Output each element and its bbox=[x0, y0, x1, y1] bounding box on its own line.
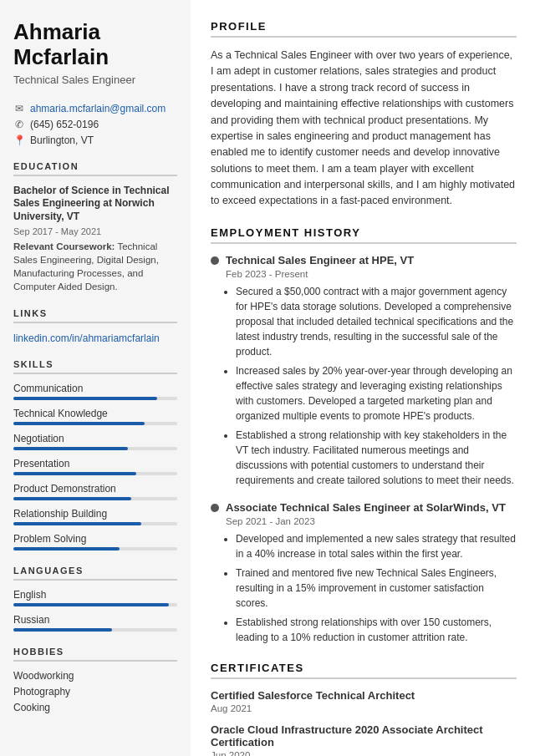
job-bullet: Increased sales by 20% year-over-year th… bbox=[236, 363, 517, 424]
links-section: LINKS linkedin.com/in/ahmariamcfarlain bbox=[13, 308, 177, 344]
skill-bar-bg bbox=[13, 547, 177, 551]
skill-label: Presentation bbox=[13, 458, 177, 469]
certs-list: Certified Salesforce Technical Architect… bbox=[211, 689, 517, 756]
job-title: Technical Sales Engineer at HPE, VT bbox=[226, 254, 414, 266]
job-bullet: Developed and implemented a new sales st… bbox=[236, 531, 517, 561]
skill-label: Negotiation bbox=[13, 433, 177, 444]
hobby-item: Cooking bbox=[13, 702, 177, 713]
language-bar-bg bbox=[13, 603, 177, 606]
hobbies-section: HOBBIES WoodworkingPhotographyCooking bbox=[13, 647, 177, 713]
jobs-list: Technical Sales Engineer at HPE, VT Feb … bbox=[211, 254, 517, 645]
candidate-title: Technical Sales Engineer bbox=[13, 74, 177, 86]
sidebar: Ahmaria Mcfarlain Technical Sales Engine… bbox=[0, 0, 191, 756]
employment-section: EMPLOYMENT HISTORY Technical Sales Engin… bbox=[211, 226, 517, 645]
language-label: Russian bbox=[13, 614, 177, 626]
job-date: Sep 2021 - Jan 2023 bbox=[211, 516, 517, 526]
hobbies-section-title: HOBBIES bbox=[13, 647, 177, 662]
skills-list: Communication Technical Knowledge Negoti… bbox=[13, 383, 177, 551]
skill-bar-fill bbox=[13, 547, 120, 551]
job-bullet: Established strong relationships with ov… bbox=[236, 615, 517, 645]
skill-bar-bg bbox=[13, 472, 177, 475]
skill-label: Communication bbox=[13, 383, 177, 394]
certificates-title: CERTIFICATES bbox=[211, 662, 517, 679]
skill-bar-bg bbox=[13, 497, 177, 500]
job-bullet: Secured a $50,000 contract with a major … bbox=[236, 284, 517, 359]
job-header: Technical Sales Engineer at HPE, VT bbox=[211, 254, 517, 266]
edu-dates: Sep 2017 - May 2021 bbox=[13, 226, 177, 236]
edu-degree: Bachelor of Science in Technical Sales E… bbox=[13, 185, 177, 224]
profile-title: PROFILE bbox=[211, 20, 517, 38]
skill-bar-bg bbox=[13, 447, 177, 450]
skill-bar-bg bbox=[13, 397, 177, 400]
skill-bar-bg bbox=[13, 522, 177, 525]
email-link[interactable]: ahmaria.mcfarlain@gmail.com bbox=[30, 103, 166, 114]
skill-item: Technical Knowledge bbox=[13, 408, 177, 425]
skills-section: SKILLS Communication Technical Knowledge… bbox=[13, 359, 177, 551]
languages-section: LANGUAGES English Russian bbox=[13, 566, 177, 632]
skill-item: Negotiation bbox=[13, 433, 177, 450]
skills-section-title: SKILLS bbox=[13, 359, 177, 374]
hobby-item: Woodworking bbox=[13, 670, 177, 682]
job-date: Feb 2023 - Present bbox=[211, 269, 517, 279]
linkedin-link[interactable]: linkedin.com/in/ahmariamcfarlain bbox=[13, 332, 160, 344]
job-bullets: Secured a $50,000 contract with a major … bbox=[211, 284, 517, 488]
languages-section-title: LANGUAGES bbox=[13, 566, 177, 581]
coursework-label: Relevant Coursework: bbox=[13, 241, 115, 251]
employment-title: EMPLOYMENT HISTORY bbox=[211, 226, 517, 244]
education-section: EDUCATION Bachelor of Science in Technic… bbox=[13, 161, 177, 293]
skill-item: Communication bbox=[13, 383, 177, 400]
email-item: ✉ ahmaria.mcfarlain@gmail.com bbox=[13, 103, 177, 114]
skill-bar-fill bbox=[13, 497, 131, 500]
cert-date: Jun 2020 bbox=[211, 750, 517, 756]
skill-bar-fill bbox=[13, 397, 157, 400]
job-bullets: Developed and implemented a new sales st… bbox=[211, 531, 517, 645]
main-content: PROFILE As a Technical Sales Engineer wi… bbox=[191, 0, 535, 756]
cert-item: Certified Salesforce Technical Architect… bbox=[211, 689, 517, 713]
cert-name: Certified Salesforce Technical Architect bbox=[211, 689, 517, 702]
candidate-name: Ahmaria Mcfarlain bbox=[13, 20, 177, 70]
location-icon: 📍 bbox=[13, 134, 25, 146]
languages-list: English Russian bbox=[13, 589, 177, 632]
language-label: English bbox=[13, 589, 177, 601]
skill-label: Relationship Building bbox=[13, 508, 177, 520]
location-text: Burlington, VT bbox=[30, 134, 94, 146]
job-dot bbox=[211, 504, 219, 512]
cert-name: Oracle Cloud Infrastructure 2020 Associa… bbox=[211, 723, 517, 748]
hobby-item: Photography bbox=[13, 686, 177, 698]
job-bullet: Established a strong relationship with k… bbox=[236, 428, 517, 488]
cert-date: Aug 2021 bbox=[211, 703, 517, 713]
language-bar-fill bbox=[13, 603, 169, 606]
language-bar-bg bbox=[13, 628, 177, 632]
job-item: Associate Technical Sales Engineer at So… bbox=[211, 501, 517, 645]
location-item: 📍 Burlington, VT bbox=[13, 134, 177, 146]
phone-icon: ✆ bbox=[13, 119, 25, 130]
skill-item: Relationship Building bbox=[13, 508, 177, 525]
language-item: Russian bbox=[13, 614, 177, 632]
certificates-section: CERTIFICATES Certified Salesforce Techni… bbox=[211, 662, 517, 756]
skill-item: Product Demonstration bbox=[13, 483, 177, 500]
contact-section: ✉ ahmaria.mcfarlain@gmail.com ✆ (645) 65… bbox=[13, 103, 177, 146]
skill-bar-fill bbox=[13, 447, 128, 450]
phone-item: ✆ (645) 652-0196 bbox=[13, 119, 177, 130]
job-header: Associate Technical Sales Engineer at So… bbox=[211, 501, 517, 514]
profile-text: As a Technical Sales Engineer with over … bbox=[211, 48, 517, 210]
email-icon: ✉ bbox=[13, 103, 25, 114]
job-item: Technical Sales Engineer at HPE, VT Feb … bbox=[211, 254, 517, 488]
skill-label: Technical Knowledge bbox=[13, 408, 177, 419]
language-bar-fill bbox=[13, 628, 112, 632]
job-dot bbox=[211, 256, 219, 265]
skill-label: Problem Solving bbox=[13, 533, 177, 545]
skill-item: Presentation bbox=[13, 458, 177, 475]
links-section-title: LINKS bbox=[13, 308, 177, 323]
skill-bar-fill bbox=[13, 422, 145, 425]
phone-text: (645) 652-0196 bbox=[30, 119, 99, 130]
edu-coursework: Relevant Coursework: Technical Sales Eng… bbox=[13, 240, 177, 293]
education-section-title: EDUCATION bbox=[13, 161, 177, 176]
skill-bar-fill bbox=[13, 522, 141, 525]
cert-item: Oracle Cloud Infrastructure 2020 Associa… bbox=[211, 723, 517, 756]
skill-bar-bg bbox=[13, 422, 177, 425]
skill-bar-fill bbox=[13, 472, 136, 475]
job-bullet: Trained and mentored five new Technical … bbox=[236, 566, 517, 611]
skill-item: Problem Solving bbox=[13, 533, 177, 551]
profile-section: PROFILE As a Technical Sales Engineer wi… bbox=[211, 20, 517, 210]
